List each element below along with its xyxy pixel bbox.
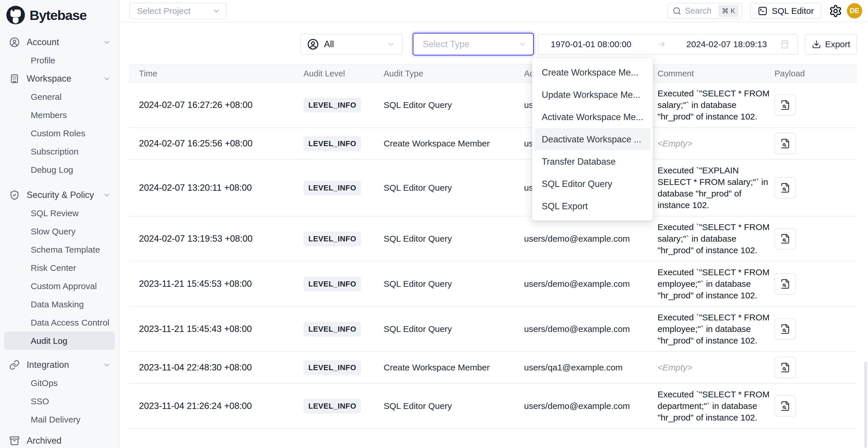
row-audit-level: LEVEL_INFO — [293, 136, 373, 151]
column-header-audit-type: Audit Type — [373, 69, 514, 78]
dropdown-option-update-workspace-me[interactable]: Update Workspace Me... — [534, 84, 651, 106]
dropdown-option-deactivate-workspace[interactable]: Deactivate Workspace ... — [534, 128, 651, 151]
sidebar-section-security-policy[interactable]: Security & Policy — [0, 186, 119, 204]
payload-view-button[interactable] — [774, 273, 796, 295]
chevron-down-icon — [103, 38, 111, 46]
sidebar-item-subscription[interactable]: Subscription — [4, 142, 115, 161]
payload-view-button[interactable] — [774, 357, 796, 378]
sidebar-item-data-access-control[interactable]: Data Access Control — [4, 313, 115, 332]
level-badge: LEVEL_INFO — [303, 322, 361, 337]
sidebar-section-workspace[interactable]: Workspace — [0, 69, 119, 88]
sidebar-item-gitops[interactable]: GitOps — [4, 374, 115, 392]
payload-view-button[interactable] — [774, 395, 796, 417]
row-comment: <Empty> — [657, 362, 770, 373]
export-label: Export — [825, 39, 850, 49]
sql-editor-button[interactable]: SQL Editor — [750, 3, 822, 19]
row-comment: Executed `"SELECT * FROM employee;"` in … — [657, 312, 770, 346]
user-circle-icon — [9, 37, 20, 47]
sidebar-item-members[interactable]: Members — [4, 106, 115, 124]
date-to: 2024-02-07 18:09:13 — [686, 39, 767, 49]
row-audit-type: SQL Editor Query — [373, 234, 514, 244]
sidebar-item-profile[interactable]: Profile — [4, 51, 115, 69]
row-audit-type: SQL Editor Query — [373, 324, 514, 334]
file-search-icon — [780, 324, 790, 334]
payload-view-button[interactable] — [774, 318, 796, 340]
search-input[interactable]: Search ⌘ K — [668, 3, 742, 19]
actor-filter-select[interactable]: All — [300, 34, 403, 55]
sidebar: Bytebase AccountProfileWorkspaceGeneralM… — [0, 0, 120, 448]
row-audit-type: SQL Editor Query — [373, 279, 514, 289]
project-select[interactable]: Select Project — [129, 3, 227, 19]
brand[interactable]: Bytebase — [0, 4, 119, 30]
row-comment: Executed `"SELECT * FROM salary;"` in da… — [657, 88, 770, 122]
file-search-icon — [780, 401, 790, 411]
sidebar-section-label: Integration — [27, 360, 103, 370]
vertical-scrollbar[interactable] — [864, 362, 867, 448]
row-time: 2023-11-04 22:48:30 +08:00 — [129, 362, 293, 373]
sidebar-item-risk-center[interactable]: Risk Center — [4, 259, 115, 277]
payload-view-button[interactable] — [774, 228, 796, 250]
payload-view-button[interactable] — [774, 133, 796, 154]
dropdown-option-transfer-database[interactable]: Transfer Database — [534, 151, 651, 173]
dropdown-option-create-workspace-me[interactable]: Create Workspace Me... — [534, 61, 651, 84]
date-from: 1970-01-01 08:00:00 — [551, 39, 631, 49]
row-audit-type: SQL Editor Query — [373, 183, 514, 193]
row-time: 2023-11-21 15:45:43 +08:00 — [129, 324, 293, 334]
sidebar-item-sql-review[interactable]: SQL Review — [4, 204, 115, 222]
payload-view-button[interactable] — [774, 94, 796, 116]
type-filter-dropdown: Create Workspace Me...Update Workspace M… — [532, 58, 653, 221]
date-range-picker[interactable]: 1970-01-01 08:00:00 2024-02-07 18:09:13 — [538, 34, 798, 55]
payload-view-button[interactable] — [774, 177, 796, 198]
level-badge: LEVEL_INFO — [303, 231, 361, 246]
search-placeholder: Search — [685, 6, 718, 15]
sidebar-item-data-masking[interactable]: Data Masking — [4, 295, 115, 313]
project-select-placeholder: Select Project — [137, 6, 212, 16]
chevron-down-icon — [387, 40, 395, 48]
dropdown-option-activate-workspace-me[interactable]: Activate Workspace Me... — [534, 106, 651, 128]
brand-name: Bytebase — [30, 7, 87, 23]
sidebar-item-custom-roles[interactable]: Custom Roles — [4, 124, 115, 142]
row-audit-type: Create Workspace Member — [373, 363, 514, 373]
shield-check-icon — [9, 190, 20, 200]
arrow-right-icon — [657, 40, 666, 49]
terminal-icon — [758, 6, 768, 16]
row-audit-level: LEVEL_INFO — [293, 322, 373, 337]
export-button[interactable]: Export — [805, 34, 857, 55]
sidebar-section-account[interactable]: Account — [0, 33, 119, 51]
building-icon — [9, 73, 20, 84]
dropdown-option-sql-editor-query[interactable]: SQL Editor Query — [534, 173, 651, 195]
sidebar-section-integration[interactable]: Integration — [0, 356, 119, 374]
sidebar-item-mail-delivery[interactable]: Mail Delivery — [4, 410, 115, 428]
topbar-right: Search ⌘ K SQL Editor DE — [668, 3, 862, 19]
table-body: 2024-02-07 16:27:26 +08:00 LEVEL_INFO SQ… — [129, 83, 857, 429]
row-actor: users/demo@example.com — [514, 324, 657, 334]
column-header-time: Time — [129, 69, 293, 78]
sidebar-item-custom-approval[interactable]: Custom Approval — [4, 277, 115, 295]
level-badge: LEVEL_INFO — [303, 277, 361, 291]
sql-editor-label: SQL Editor — [772, 6, 814, 16]
sidebar-item-schema-template[interactable]: Schema Template — [4, 241, 115, 259]
sidebar-nav: AccountProfileWorkspaceGeneralMembersCus… — [0, 30, 119, 448]
chevron-down-icon — [103, 361, 111, 369]
level-badge: LEVEL_INFO — [303, 136, 361, 151]
sidebar-item-sso[interactable]: SSO — [4, 392, 115, 410]
dropdown-option-sql-export[interactable]: SQL Export — [534, 195, 651, 217]
sidebar-section-archived[interactable]: Archived — [0, 431, 119, 448]
file-search-icon — [780, 100, 790, 110]
sidebar-item-general[interactable]: General — [4, 88, 115, 106]
settings-gear-button[interactable] — [829, 4, 842, 18]
sidebar-item-debug-log[interactable]: Debug Log — [4, 161, 115, 179]
table-row: 2023-11-21 15:45:43 +08:00 LEVEL_INFO SQ… — [129, 307, 857, 352]
row-payload — [770, 273, 857, 295]
row-payload — [770, 357, 857, 378]
row-audit-level: LEVEL_INFO — [293, 277, 373, 291]
row-payload — [770, 318, 857, 340]
sidebar-item-slow-query[interactable]: Slow Query — [4, 222, 115, 241]
row-payload — [770, 133, 857, 154]
download-icon — [812, 40, 821, 49]
sidebar-item-audit-log[interactable]: Audit Log — [4, 332, 115, 350]
type-filter-select[interactable]: Select Type — [412, 33, 534, 56]
actor-filter-value: All — [324, 39, 387, 50]
user-avatar[interactable]: DE — [847, 3, 862, 19]
level-badge: LEVEL_INFO — [303, 399, 361, 414]
